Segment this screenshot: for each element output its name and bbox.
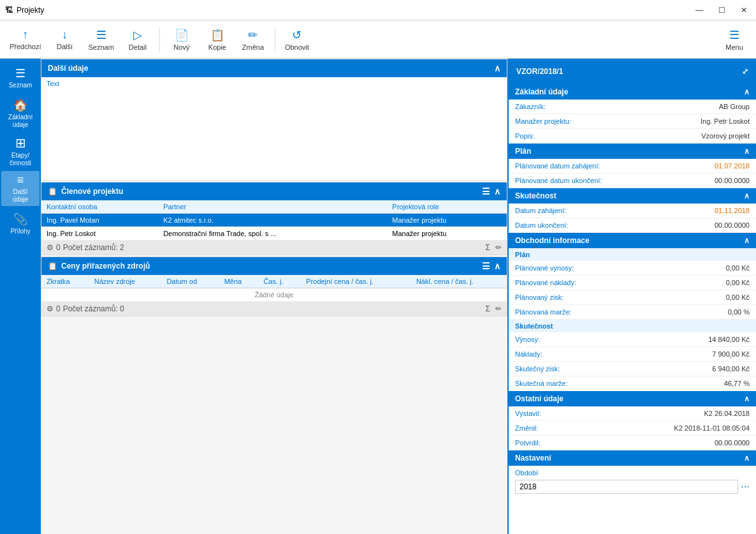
ceny-collapse-icon[interactable]: ∧ (494, 261, 500, 271)
rp-plan-title: Plán (515, 147, 531, 156)
col-mena: Měna (219, 275, 259, 288)
rp-skut-marze-row: Skutečná marže: 46,77 % (509, 376, 756, 391)
rp-ostatni-collapse[interactable]: ∧ (744, 394, 750, 403)
seznam-label: Seznam (89, 43, 114, 51)
dalsi-text-input[interactable] (41, 89, 507, 178)
rp-skut-zahajeni-row: Datum zahájení: 01.11.2018 (509, 204, 756, 218)
dalsi-collapse-icon[interactable]: ∧ (494, 63, 500, 73)
dalsi-button[interactable]: ↓ Další (48, 23, 82, 56)
sidebar-item-zakladni-udaje[interactable]: 🏠 Základníúdaje (1, 96, 40, 131)
rp-plan-header[interactable]: Plán ∧ (509, 144, 756, 159)
clenove-edit-icon[interactable]: ✏ (495, 243, 502, 252)
rp-plan-zahajeni-row: Plánované datum zahájení: 01.07.2018 (509, 159, 756, 174)
ceny-sum-icon[interactable]: Σ (486, 304, 490, 313)
rp-zakladni-body: Zákazník: AB Group Manažer projektu: Ing… (509, 100, 756, 144)
zmena-icon: ✏ (248, 28, 258, 42)
minimize-button[interactable]: — (692, 4, 707, 16)
rp-obdobi-input[interactable] (515, 480, 738, 494)
rp-skut-marze-label: Skutečná marže: (515, 380, 568, 387)
sidebar-seznam-label: Seznam (9, 82, 33, 89)
rp-plan-vynosy-label: Plánované výnosy: (515, 264, 574, 272)
rp-plan-marze-label: Plánovaná marže: (515, 308, 572, 316)
sidebar-item-dalsi-udaje[interactable]: ≡ Dalšíúdaje (1, 171, 40, 206)
kopie-button[interactable]: 📋 Kopie (201, 23, 234, 56)
separator-1 (159, 27, 160, 52)
seznam-toolbar-button[interactable]: ☰ Seznam (84, 23, 119, 56)
clenove-cell-kontaktni: Ing. Petr Loskot (41, 227, 158, 241)
rp-zmenil-row: Změnil: K2 2018-11-01 08:05:04 (509, 421, 756, 436)
rp-skut-zahajeni-label: Datum zahájení: (515, 207, 566, 214)
obnovit-button[interactable]: ↺ Obnovit (280, 23, 314, 56)
detail-icon: ▷ (133, 28, 142, 42)
rp-zakladni-collapse[interactable]: ∧ (744, 87, 750, 96)
table-row[interactable]: Ing. Petr Loskot Demonstrační firma Trad… (41, 227, 507, 241)
rp-skut-vynosy-label: Výnosy: (515, 336, 540, 343)
ceny-edit-icon[interactable]: ✏ (495, 304, 502, 313)
rp-obdobi-picker-icon[interactable]: ⋯ (741, 482, 750, 492)
title-bar: 🏗 Projekty — ☐ ✕ (0, 0, 756, 20)
rp-plan-collapse[interactable]: ∧ (744, 147, 750, 156)
clenove-cell-partner: K2 atmitec s.r.o. (158, 214, 387, 227)
rp-potvrdil-value: 00.00.0000 (715, 439, 750, 447)
sidebar-zakladni-label: Základníúdaje (8, 114, 33, 129)
col-partner: Partner (158, 200, 387, 214)
dalsi-udaje-header[interactable]: Další údaje ∧ (41, 59, 507, 77)
ceny-settings-icon[interactable]: ⚙ (47, 304, 54, 313)
zmena-button[interactable]: ✏ Změna (236, 23, 270, 56)
col-nazev-zdroje: Název zdroje (89, 275, 162, 288)
predchozi-button[interactable]: ↑ Předchozí (5, 23, 46, 56)
clenove-footer-left: ⚙ 0 Počet záznamů: 2 (47, 243, 124, 252)
clenove-footer-right: Σ ✏ (486, 243, 502, 252)
predchozi-label: Předchozí (10, 43, 41, 50)
separator-2 (275, 27, 275, 52)
rp-nastaveni-header[interactable]: Nastavení ∧ (509, 450, 756, 466)
rp-plan-marze-value: 0,00 % (728, 308, 750, 316)
rp-skut-ukonceni-value: 00.00.0000 (715, 221, 750, 229)
rp-popis-value: Vzorový projekt (701, 132, 750, 140)
zakladni-udaje-icon: 🏠 (13, 98, 27, 112)
rp-manazerprojektu-label: Manažer projektu: (515, 117, 571, 125)
col-datum-od: Datum od (161, 275, 219, 288)
sidebar-item-seznam[interactable]: ☰ Seznam (1, 61, 40, 94)
menu-button[interactable]: ☰ Menu (718, 23, 751, 56)
clenove-collapse-icon[interactable]: ∧ (494, 186, 500, 197)
ceny-footer: ⚙ 0 Počet záznamů: 0 Σ ✏ (41, 302, 507, 316)
rp-skutecnost-collapse[interactable]: ∧ (744, 191, 750, 200)
rp-popis-label: Popis: (515, 132, 535, 140)
rp-obchodni-header[interactable]: Obchodní informace ∧ (509, 233, 756, 248)
rp-ostatni-header[interactable]: Ostatní údaje ∧ (509, 391, 756, 406)
rp-plan-ukonceni-value: 00.00.0000 (715, 177, 750, 184)
ceny-header[interactable]: 📋 Ceny přiřazených zdrojů ☰ ∧ (41, 257, 507, 275)
rp-skutecnost-section: Skutečnost ∧ Datum zahájení: 01.11.2018 … (509, 188, 756, 233)
rp-skut-naklady-row: Náklady: 7 900,00 Kč (509, 347, 756, 362)
dalsi-udaje-icon: ≡ (17, 174, 24, 187)
detail-button[interactable]: ▷ Detail (121, 23, 154, 56)
external-link-icon[interactable]: ⤢ (742, 67, 748, 76)
ceny-header-title: Ceny přiřazených zdrojů (61, 262, 150, 271)
clenove-settings-icon[interactable]: ⚙ (47, 243, 54, 252)
clenove-cell-role: Manažer projektu (387, 227, 507, 241)
ceny-header-left: 📋 Ceny přiřazených zdrojů (48, 262, 150, 271)
maximize-button[interactable]: ☐ (715, 4, 729, 16)
ceny-menu-icon[interactable]: ☰ (482, 261, 490, 271)
clenove-menu-icon[interactable]: ☰ (482, 186, 490, 197)
dalsi-label: Další (57, 43, 73, 50)
rp-zakladni-header[interactable]: Základní údaje ∧ (509, 84, 756, 100)
rp-plan-naklady-value: 0,00 Kč (726, 279, 750, 286)
rp-skut-ukonceni-label: Datum ukončení: (515, 221, 568, 229)
sidebar-item-etapy[interactable]: ⊞ Etapy/činnosti (1, 133, 40, 170)
sidebar-item-prilohy[interactable]: 📎 Přílohy (1, 207, 40, 241)
clenove-book-icon: 📋 (48, 187, 57, 196)
rp-nastaveni-collapse[interactable]: ∧ (744, 454, 750, 463)
novy-label: Nový (173, 43, 189, 51)
clenove-header[interactable]: 📋 Členové projektu ☰ ∧ (41, 182, 507, 200)
close-button[interactable]: ✕ (737, 4, 751, 16)
rp-skutecnost-header[interactable]: Skutečnost ∧ (509, 188, 756, 204)
clenove-sum-icon[interactable]: Σ (486, 243, 490, 252)
rp-obchodni-body: Plán Plánované výnosy: 0,00 Kč Plánované… (509, 248, 756, 391)
novy-button[interactable]: 📄 Nový (165, 23, 198, 56)
rp-obchodni-collapse[interactable]: ∧ (744, 236, 750, 245)
rp-zmenil-value: K2 2018-11-01 08:05:04 (674, 424, 750, 432)
kopie-icon: 📋 (210, 28, 224, 42)
table-row[interactable]: Ing. Pavel Motan K2 atmitec s.r.o. Manaž… (41, 214, 507, 227)
